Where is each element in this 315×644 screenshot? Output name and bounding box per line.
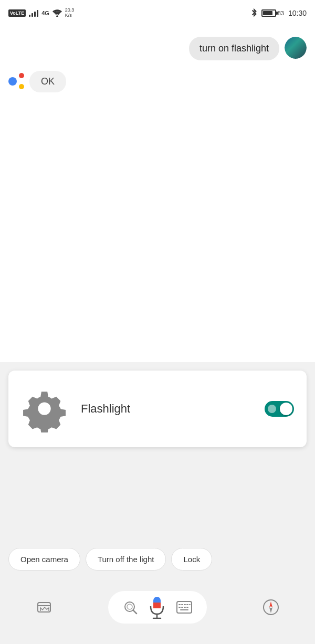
- compass-button[interactable]: [257, 594, 285, 621]
- battery-indicator: 83: [261, 9, 284, 17]
- mic-container: [108, 591, 207, 624]
- user-bubble: turn on flashlight: [189, 37, 279, 60]
- keyboard-button[interactable]: [176, 600, 192, 615]
- svg-point-5: [127, 604, 132, 609]
- assistant-card-button[interactable]: [30, 594, 58, 621]
- svg-rect-8: [153, 605, 161, 608]
- bottom-toolbar: [0, 581, 315, 644]
- assistant-response-text: OK: [41, 76, 55, 87]
- signal-icon: [29, 9, 38, 17]
- suggestion-chip-open-camera[interactable]: Open camera: [8, 548, 80, 571]
- flashlight-label: Flashlight: [81, 402, 252, 416]
- flashlight-toggle[interactable]: [265, 401, 294, 417]
- time-display: 10:30: [288, 9, 307, 17]
- assistant-response-bubble: OK: [29, 71, 66, 92]
- google-assistant-logo: [8, 71, 24, 89]
- suggestion-chip-turn-off-light[interactable]: Turn off the light: [86, 548, 166, 571]
- avatar-image: [285, 37, 307, 59]
- toggle-track-decoration: [268, 405, 276, 413]
- google-dot-yellow: [19, 84, 24, 89]
- avatar: [285, 37, 307, 59]
- suggestion-chip-lock[interactable]: Lock: [171, 548, 212, 571]
- toggle-thumb: [280, 403, 292, 415]
- battery-percent: 83: [278, 10, 284, 16]
- user-message-text: turn on flashlight: [200, 43, 269, 54]
- suggestions-row: Open camera Turn off the light Lock: [0, 543, 315, 576]
- keyboard-icon: [176, 600, 192, 615]
- assistant-row: OK: [8, 71, 307, 92]
- assistant-card-icon: [36, 599, 52, 615]
- google-dot-blue: [8, 77, 17, 86]
- svg-marker-24: [269, 607, 272, 613]
- gear-icon: [21, 385, 68, 432]
- google-dot-red: [19, 73, 24, 78]
- network-type: 4G: [41, 10, 49, 16]
- status-left: VoLTE 4G 20.3 K/s: [8, 8, 74, 18]
- chat-area: turn on flashlight OK: [0, 26, 315, 362]
- status-right: 83 10:30: [251, 8, 307, 18]
- wifi-icon: [52, 9, 62, 17]
- lens-icon: [123, 600, 138, 615]
- compass-icon: [262, 599, 279, 616]
- mic-icon: [148, 596, 166, 619]
- svg-marker-23: [269, 601, 272, 607]
- bluetooth-icon: [251, 8, 257, 18]
- user-message-row: turn on flashlight: [8, 37, 307, 60]
- status-bar: VoLTE 4G 20.3 K/s 83 10:30: [0, 0, 315, 26]
- flashlight-card: Flashlight: [8, 371, 307, 447]
- volte-badge: VoLTE: [8, 9, 26, 17]
- network-speed: 20.3 K/s: [65, 8, 75, 18]
- lens-button[interactable]: [123, 600, 138, 615]
- svg-point-0: [56, 15, 58, 17]
- svg-line-4: [133, 610, 137, 614]
- microphone-button[interactable]: [148, 596, 166, 619]
